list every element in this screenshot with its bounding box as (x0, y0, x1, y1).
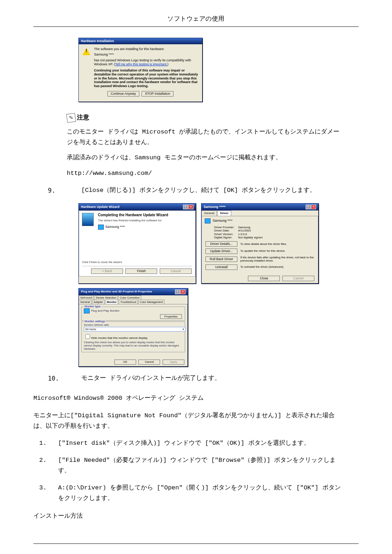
rollback-driver-button[interactable]: Roll Back Driver (205, 257, 237, 262)
notice-paragraph-2: 承認済みのドライバは、Samsung モニターのホームページに掲載されます。 (67, 153, 344, 163)
uninstall-desc: To uninstall the driver (Advanced). (240, 265, 315, 269)
hide-modes-checkbox[interactable] (85, 334, 90, 339)
step-9-text: [Close（閉じる)] ボタンをクリックし、続けて [OK] ボタンをクリック… (81, 185, 344, 196)
hwinst-warning-bold: Continuing your installation of this sof… (94, 69, 199, 88)
uninstall-button[interactable]: Uninstall (205, 264, 237, 270)
provider-val: Samsung (238, 226, 250, 229)
footer-rule (33, 543, 359, 544)
refresh-rate-value: 60 Hertz (85, 328, 96, 331)
close-icon[interactable]: × (188, 205, 193, 209)
ok-button[interactable]: OK (114, 360, 136, 365)
os-heading: Microsoft® Windows® 2000 オペレーティング システム (33, 393, 344, 404)
date-val: 9/11/2001 (238, 229, 251, 233)
substep-2-num: 2. (33, 455, 58, 476)
group-monitor-type: Monitor type (84, 305, 101, 308)
monitor-name: Plug and Play Monitor (91, 309, 119, 313)
props-device: Samsung **** (213, 219, 233, 223)
device-properties-dialog: Samsung ***** ?× General Driver Samsung … (201, 203, 319, 284)
tab-device-selection[interactable]: Device Selection (94, 295, 118, 300)
props-title: Samsung ***** (204, 205, 226, 209)
header-rule (33, 26, 359, 27)
hide-modes-label: Hide modes that this monitor cannot disp… (91, 336, 147, 340)
notice-url[interactable]: http://www.samsung.com/ (67, 168, 344, 179)
cancel-button[interactable]: Cancel (138, 360, 160, 365)
hide-modes-note: Clearing this check box allows you to se… (84, 341, 183, 350)
date-key: Driver Date: (214, 229, 238, 233)
notice-heading: ✎ 注意 (67, 113, 344, 123)
notice-label: 注意 (77, 113, 89, 123)
tab-general[interactable]: General (79, 300, 91, 304)
monitor-icon (98, 225, 104, 230)
warning-icon (82, 47, 90, 55)
hwinst-line2b: ) (167, 62, 168, 66)
step-number-9: 9. (33, 185, 81, 196)
hwinst-line1: The software you are installing for this… (94, 47, 199, 51)
step-10-text: モニター ドライバのインストールが完了します。 (81, 373, 344, 384)
provider-key: Driver Provider: (214, 226, 238, 229)
help-button[interactable]: ? (306, 205, 311, 209)
finish-button[interactable]: Finish (125, 268, 157, 274)
page-title: ソフトウェアの使用 (33, 15, 359, 26)
stop-installation-button[interactable]: STOP Installation (142, 91, 173, 97)
continue-anyway-button[interactable]: Continue Anyway (107, 91, 139, 97)
wizard-cancel-button: Cancel (160, 268, 192, 274)
help-button[interactable]: ? (175, 290, 180, 294)
hwinst-title: Hardware Installation (81, 39, 114, 43)
signer-key: Digital Signer: (214, 236, 238, 239)
tab-general[interactable]: General (201, 210, 217, 216)
notice-paragraph-1: このモニター ドライバは Microsoft が承認したもので、インストールして… (67, 127, 344, 148)
monitor-icon (84, 308, 90, 313)
chevron-down-icon: ▾ (183, 328, 184, 331)
substep-2-text: ["File Needed"（必要なファイル)] ウィンドウで ["Browse… (58, 455, 344, 476)
help-button[interactable]: ? (183, 205, 188, 209)
wizard-sub2: Click Finish to close the wizard. (82, 260, 123, 264)
driver-details-button[interactable]: Driver Details... (205, 241, 237, 247)
wizard-title: Hardware Update Wizard (81, 205, 119, 209)
close-button[interactable]: Close (248, 276, 280, 281)
substep-1-text: ["Insert disk"（ディスク挿入)] ウィンドウで ["OK"（OK)… (58, 438, 344, 449)
monitor-properties-button[interactable]: Properties (160, 314, 182, 319)
version-val: 1.0.0.0 (238, 233, 247, 236)
substep-3-text: A:(D:\Driver) を参照してから ["Open"（開く)] ボタンをク… (58, 483, 344, 504)
tab-color-correction[interactable]: Color Correction (118, 295, 141, 300)
hardware-update-wizard: Hardware Update Wizard ?× Completing the… (78, 203, 196, 284)
monprops-title: Plug and Play Monitor and 3D Prophet III… (81, 290, 152, 294)
hardware-installation-dialog: Hardware Installation The software you a… (78, 38, 203, 102)
back-button: < Back (91, 268, 123, 274)
tab-troubleshoot[interactable]: Troubleshoot (119, 300, 138, 304)
apply-button: Apply (163, 360, 184, 365)
hwinst-device: Samsung **** (94, 53, 199, 57)
wizard-heading: Completing the Hardware Update Wizard (98, 213, 192, 217)
version-key: Driver Version: (214, 233, 238, 236)
rollback-driver-desc: If the device fails after updating the d… (240, 256, 315, 263)
substep-1-num: 1. (33, 438, 58, 449)
install-method-heading: インストール方法 (33, 511, 344, 522)
monitor-properties-dialog: Plug and Play Monitor and 3D Prophet III… (78, 288, 188, 367)
tab-color-management[interactable]: Color Management (138, 300, 164, 304)
logo-testing-link[interactable]: Tell me why this testing is important. (115, 62, 167, 66)
tab-adapter[interactable]: Adapter (92, 300, 105, 304)
update-driver-desc: To update the driver for this device. (240, 249, 315, 253)
close-icon[interactable]: × (311, 205, 316, 209)
tab-driver[interactable]: Driver (217, 210, 231, 216)
refresh-rate-select[interactable]: 60 Hertz ▾ (84, 327, 185, 332)
dsig-paragraph: モニター上に["Digital Signature Not Found"（デジタ… (33, 411, 344, 432)
update-driver-button[interactable]: Update Driver... (205, 249, 237, 254)
monitor-icon (205, 218, 211, 223)
note-icon: ✎ (66, 113, 76, 123)
wizard-device: Samsung **** (105, 225, 125, 229)
close-icon[interactable]: × (180, 290, 185, 294)
driver-details-desc: To view details about the driver files. (240, 242, 315, 246)
signer-val: Not digitally signed (238, 236, 262, 239)
wizard-sub1: The wizard has finished installing the s… (98, 219, 192, 222)
substep-3-num: 3. (33, 483, 58, 504)
props-cancel-button: Cancel (282, 276, 314, 281)
refresh-rate-label: Screen refresh rate: (84, 323, 183, 327)
group-monitor-settings: Monitor settings (84, 320, 106, 323)
tab-monitor[interactable]: Monitor (105, 300, 118, 304)
tab-geforce3[interactable]: GeForce3 (79, 295, 94, 300)
step-number-10: 10. (33, 373, 81, 384)
wizard-icon (82, 213, 94, 226)
